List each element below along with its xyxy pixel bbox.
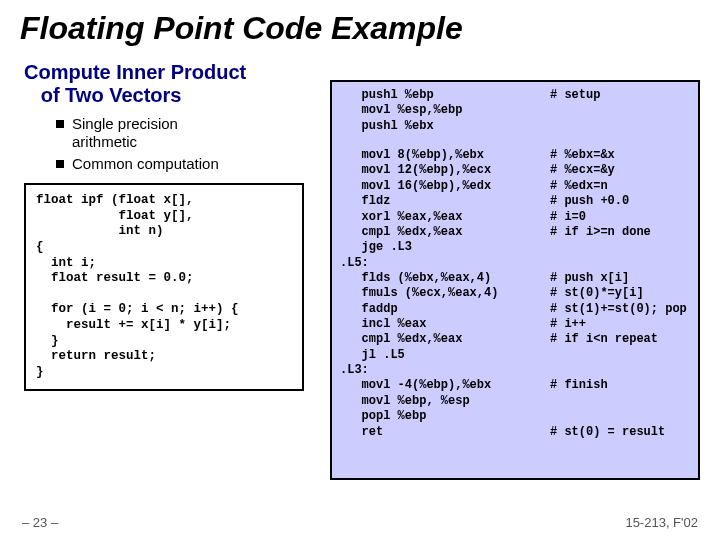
asm-line: .L3:: [340, 363, 690, 378]
asm-line: flds (%ebx,%eax,4)# push x[i]: [340, 271, 690, 286]
asm-instr: pushl %ebp: [340, 88, 550, 103]
asm-line: fldz# push +0.0: [340, 194, 690, 209]
asm-line: movl -4(%ebp),%ebx# finish: [340, 378, 690, 393]
asm-line: movl %esp,%ebp: [340, 103, 690, 118]
asm-line: incl %eax# i++: [340, 317, 690, 332]
asm-instr: .L3:: [340, 363, 550, 378]
asm-instr: movl 12(%ebp),%ecx: [340, 163, 550, 178]
page-number: – 23 –: [22, 515, 58, 530]
asm-line: movl 12(%ebp),%ecx# %ecx=&y: [340, 163, 690, 178]
course-tag: 15-213, F'02: [625, 515, 698, 530]
asm-line: [340, 134, 690, 148]
asm-line: popl %ebp: [340, 409, 690, 424]
asm-line: pushl %ebp# setup: [340, 88, 690, 103]
bullet-text: Common computation: [72, 155, 219, 173]
asm-line: .L5:: [340, 256, 690, 271]
bullet-square-icon: [56, 120, 64, 128]
asm-comment: # st(0)*=y[i]: [550, 286, 644, 301]
asm-instr: xorl %eax,%eax: [340, 210, 550, 225]
bullet-text: Single precision arithmetic: [72, 115, 178, 151]
asm-comment: # st(1)+=st(0); pop: [550, 302, 687, 317]
asm-instr: incl %eax: [340, 317, 550, 332]
asm-comment: # if i<n repeat: [550, 332, 658, 347]
asm-comment: # setup: [550, 88, 600, 103]
asm-instr: movl 8(%ebp),%ebx: [340, 148, 550, 163]
subtitle-line2: of Two Vectors: [41, 84, 182, 106]
asm-instr: faddp: [340, 302, 550, 317]
asm-instr: cmpl %edx,%eax: [340, 332, 550, 347]
asm-instr: movl -4(%ebp),%ebx: [340, 378, 550, 393]
asm-comment: # %ecx=&y: [550, 163, 615, 178]
asm-comment: # push +0.0: [550, 194, 629, 209]
asm-line: cmpl %edx,%eax# if i>=n done: [340, 225, 690, 240]
asm-line: cmpl %edx,%eax# if i<n repeat: [340, 332, 690, 347]
asm-comment: # i=0: [550, 210, 586, 225]
asm-line: fmuls (%ecx,%eax,4)# st(0)*=y[i]: [340, 286, 690, 301]
asm-line: movl 8(%ebp),%ebx# %ebx=&x: [340, 148, 690, 163]
asm-instr: .L5:: [340, 256, 550, 271]
asm-instr: movl 16(%ebp),%edx: [340, 179, 550, 194]
asm-line: pushl %ebx: [340, 119, 690, 134]
slide-title: Floating Point Code Example: [20, 10, 700, 47]
asm-line: faddp# st(1)+=st(0); pop: [340, 302, 690, 317]
asm-instr: fmuls (%ecx,%eax,4): [340, 286, 550, 301]
asm-instr: cmpl %edx,%eax: [340, 225, 550, 240]
asm-line: movl 16(%ebp),%edx# %edx=n: [340, 179, 690, 194]
asm-line: ret# st(0) = result: [340, 425, 690, 440]
asm-comment: # if i>=n done: [550, 225, 651, 240]
asm-instr: flds (%ebx,%eax,4): [340, 271, 550, 286]
asm-instr: jge .L3: [340, 240, 550, 255]
bullet-square-icon: [56, 160, 64, 168]
asm-comment: # push x[i]: [550, 271, 629, 286]
asm-comment: # %ebx=&x: [550, 148, 615, 163]
asm-comment: # i++: [550, 317, 586, 332]
asm-instr: movl %ebp, %esp: [340, 394, 550, 409]
slide-footer: – 23 – 15-213, F'02: [22, 515, 698, 530]
asm-instr: fldz: [340, 194, 550, 209]
subtitle-line1: Compute Inner Product: [24, 61, 246, 83]
asm-instr: popl %ebp: [340, 409, 550, 424]
asm-code-box: pushl %ebp# setup movl %esp,%ebp pushl %…: [330, 80, 700, 480]
c-code-box: float ipf (float x[], float y[], int n) …: [24, 183, 304, 391]
asm-comment: # st(0) = result: [550, 425, 665, 440]
asm-line: movl %ebp, %esp: [340, 394, 690, 409]
asm-instr: movl %esp,%ebp: [340, 103, 550, 118]
asm-line: xorl %eax,%eax# i=0: [340, 210, 690, 225]
asm-comment: # finish: [550, 378, 608, 393]
asm-instr: jl .L5: [340, 348, 550, 363]
asm-instr: pushl %ebx: [340, 119, 550, 134]
asm-comment: # %edx=n: [550, 179, 608, 194]
asm-line: jl .L5: [340, 348, 690, 363]
asm-instr: ret: [340, 425, 550, 440]
asm-line: jge .L3: [340, 240, 690, 255]
